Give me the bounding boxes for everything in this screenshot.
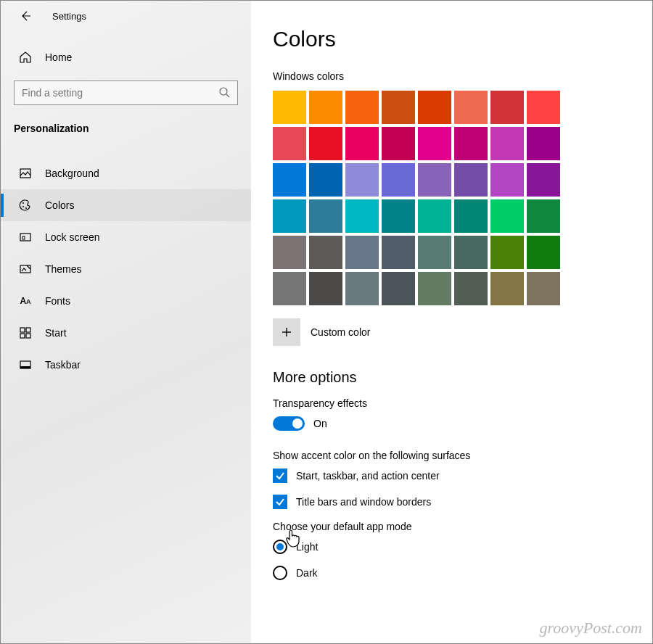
color-swatch[interactable] [418,199,451,233]
radio-light[interactable] [273,540,287,554]
color-swatch[interactable] [527,236,560,269]
fonts-icon: AA [19,294,32,307]
sidebar-item-label: Themes [45,263,82,275]
sidebar: Settings Home Personalization Background… [1,1,251,643]
svg-point-0 [220,88,227,95]
svg-point-5 [25,207,27,209]
transparency-label: Transparency effects [273,397,638,409]
search-box[interactable] [14,80,238,105]
watermark: groovyPost.com [539,619,642,637]
sidebar-home[interactable]: Home [1,43,251,72]
color-swatch[interactable] [490,127,524,160]
accent-surfaces-label: Show accent color on the following surfa… [273,450,638,461]
svg-rect-9 [20,328,25,332]
sidebar-item-label: Taskbar [45,359,81,371]
color-swatch[interactable] [490,199,524,233]
color-swatch[interactable] [309,199,342,233]
search-icon [218,86,230,100]
svg-line-1 [226,94,229,97]
default-mode-label: Choose your default app mode [273,521,638,532]
sidebar-item-label: Fonts [45,295,70,307]
taskbar-icon [19,358,32,371]
checkbox-start-taskbar[interactable] [273,468,287,483]
color-swatch[interactable] [418,236,451,269]
color-swatch[interactable] [273,236,306,269]
lockscreen-icon [19,231,32,244]
color-swatch[interactable] [345,236,379,269]
svg-point-4 [22,206,24,207]
transparency-toggle[interactable] [273,416,305,431]
palette-icon [19,199,32,212]
color-swatch[interactable] [527,272,560,305]
sidebar-item-start[interactable]: Start [1,317,251,349]
color-swatch[interactable] [273,127,306,160]
more-options-heading: More options [273,369,638,386]
search-input[interactable] [22,87,218,99]
color-swatch[interactable] [454,199,488,233]
windows-colors-label: Windows colors [273,70,638,82]
radio-dark-label: Dark [296,567,318,579]
svg-rect-12 [26,334,30,338]
sidebar-item-fonts[interactable]: AA Fonts [1,285,251,317]
color-swatch[interactable] [418,127,451,160]
color-swatch[interactable] [345,127,379,160]
color-swatch[interactable] [454,163,488,197]
color-swatch[interactable] [273,272,306,305]
back-icon[interactable] [19,9,32,22]
checkbox-start-label: Start, taskbar, and action center [296,470,440,482]
sidebar-item-colors[interactable]: Colors [1,189,251,221]
color-swatch[interactable] [454,236,488,269]
color-swatch[interactable] [382,272,415,305]
color-swatch[interactable] [382,199,415,233]
color-swatch[interactable] [454,272,488,305]
color-swatch[interactable] [309,236,342,269]
color-swatch[interactable] [382,163,415,197]
svg-rect-7 [22,236,25,239]
checkbox-titlebars[interactable] [273,495,287,509]
color-swatch[interactable] [382,91,415,124]
color-swatch[interactable] [527,127,560,160]
color-swatch[interactable] [490,236,524,269]
color-swatch[interactable] [490,272,524,305]
radio-dark[interactable] [273,566,287,580]
color-swatch[interactable] [273,163,306,197]
color-swatch[interactable] [527,91,560,124]
color-swatch[interactable] [454,127,488,160]
color-swatch[interactable] [273,91,306,124]
color-swatch[interactable] [309,163,342,197]
sidebar-item-taskbar[interactable]: Taskbar [1,349,251,381]
color-swatch[interactable] [418,91,451,124]
color-swatch[interactable] [345,199,379,233]
sidebar-item-lockscreen[interactable]: Lock screen [1,221,251,253]
color-swatch[interactable] [490,91,524,124]
color-swatch[interactable] [382,127,415,160]
sidebar-item-label: Lock screen [45,231,99,243]
color-swatch-grid [273,91,638,305]
color-swatch[interactable] [273,199,306,233]
sidebar-item-themes[interactable]: Themes [1,253,251,285]
color-swatch[interactable] [490,163,524,197]
color-swatch[interactable] [309,91,342,124]
color-swatch[interactable] [345,272,379,305]
color-swatch[interactable] [309,127,342,160]
sidebar-item-label: Colors [45,199,74,211]
color-swatch[interactable] [527,163,560,197]
color-swatch[interactable] [382,236,415,269]
checkbox-titlebars-label: Title bars and window borders [296,496,431,508]
custom-color-button[interactable]: Custom color [273,318,638,346]
color-swatch[interactable] [345,91,379,124]
page-title: Colors [273,27,638,51]
color-swatch[interactable] [345,163,379,197]
color-swatch[interactable] [309,272,342,305]
svg-rect-14 [20,366,30,368]
settings-window: Settings Home Personalization Background… [0,0,653,644]
color-swatch[interactable] [418,163,451,197]
sidebar-item-label: Start [45,327,67,339]
themes-icon [19,263,32,276]
color-swatch[interactable] [418,272,451,305]
radio-light-label: Light [296,541,318,553]
sidebar-item-background[interactable]: Background [1,157,251,189]
color-swatch[interactable] [454,91,488,124]
color-swatch[interactable] [527,199,560,233]
svg-rect-11 [20,334,25,338]
